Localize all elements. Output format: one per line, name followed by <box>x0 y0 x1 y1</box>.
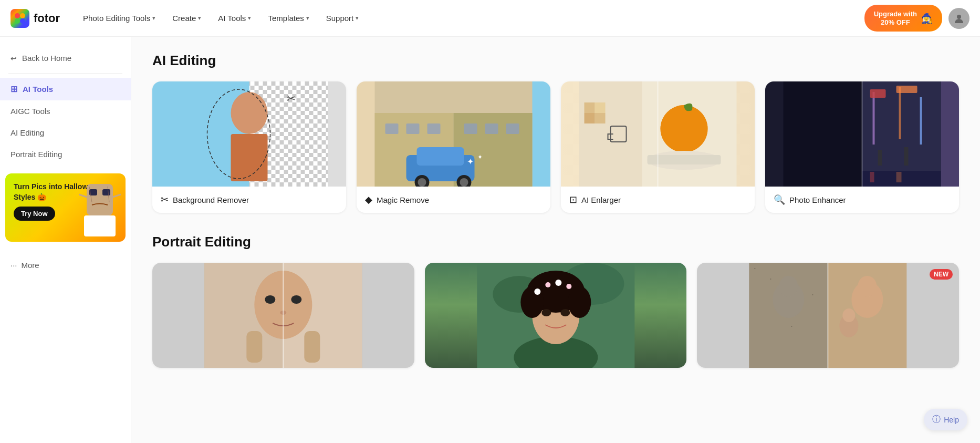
background-remover-card[interactable]: ✂ ✂ Background Remover <box>152 81 346 213</box>
ad-image <box>76 173 123 242</box>
enlarger-icon: ⊡ <box>569 194 577 205</box>
sidebar-item-portrait-editing[interactable]: Portrait Editing <box>0 143 131 165</box>
svg-rect-55 <box>873 92 875 145</box>
svg-rect-31 <box>506 123 519 134</box>
ai-enlarger-label: ⊡ AI Enlarger <box>561 187 755 213</box>
magic-remove-label: ◆ Magic Remove <box>357 187 550 213</box>
svg-point-103 <box>843 308 856 322</box>
ai-enlarger-card[interactable]: ⊡ AI Enlarger <box>561 81 755 213</box>
svg-rect-61 <box>870 172 874 182</box>
back-to-home[interactable]: ↩ Back to Home <box>0 47 131 69</box>
svg-rect-74 <box>304 331 320 363</box>
question-icon: ⓘ <box>932 414 941 425</box>
svg-rect-30 <box>485 123 498 134</box>
ai-editing-section-title: AI Editing <box>152 53 959 69</box>
svg-rect-27 <box>406 123 420 134</box>
chevron-down-icon: ▾ <box>248 15 251 22</box>
svg-point-96 <box>858 276 877 297</box>
chevron-down-icon: ▾ <box>356 15 359 22</box>
svg-point-87 <box>545 282 550 287</box>
page-layout: ↩ Back to Home ⊞ AI Tools AIGC Tools AI … <box>0 37 980 443</box>
face-retouch-image <box>152 263 414 368</box>
sidebar: ↩ Back to Home ⊞ AI Tools AIGC Tools AI … <box>0 37 131 443</box>
svg-text:✦: ✦ <box>467 157 474 166</box>
svg-rect-26 <box>385 123 399 134</box>
svg-rect-29 <box>464 123 477 134</box>
ellipsis-icon: ··· <box>11 261 17 270</box>
main-content: AI Editing <box>131 37 980 443</box>
ad-try-now-button[interactable]: Try Now <box>14 207 55 221</box>
ai-editing-grid: ✂ ✂ Background Remover <box>152 81 959 213</box>
svg-line-9 <box>79 194 87 197</box>
svg-point-4 <box>957 15 961 19</box>
svg-line-10 <box>113 194 121 197</box>
photo-enhancer-card[interactable]: 🔍 Photo Enhancer <box>765 81 959 213</box>
chevron-down-icon: ▾ <box>198 15 201 22</box>
old-photo-restore-card[interactable]: NEW <box>697 263 959 368</box>
svg-point-2 <box>15 18 20 24</box>
user-avatar[interactable] <box>948 8 969 29</box>
main-nav: Photo Editing Tools ▾ Create ▾ AI Tools … <box>76 9 864 27</box>
svg-text:✦: ✦ <box>477 153 483 161</box>
svg-rect-20 <box>231 134 268 181</box>
svg-rect-48 <box>585 113 595 123</box>
svg-point-71 <box>291 295 301 304</box>
nav-photo-editing-tools[interactable]: Photo Editing Tools ▾ <box>76 9 163 27</box>
upgrade-label: Upgrade with20% OFF <box>874 10 917 26</box>
enhance-icon: 🔍 <box>774 194 785 205</box>
photo-enhancer-label: 🔍 Photo Enhancer <box>765 187 959 213</box>
sidebar-item-ai-tools[interactable]: ⊞ AI Tools <box>0 78 131 100</box>
svg-point-85 <box>560 309 570 316</box>
svg-point-83 <box>568 286 591 318</box>
sidebar-item-ai-editing[interactable]: AI Editing <box>0 122 131 143</box>
photo-enhancer-image <box>765 81 959 187</box>
sidebar-divider <box>8 73 122 74</box>
svg-text:✂: ✂ <box>286 92 296 105</box>
chevron-down-icon: ▾ <box>152 15 155 22</box>
svg-rect-47 <box>595 102 606 113</box>
svg-point-36 <box>418 178 426 187</box>
logo-text: fotor <box>34 12 60 25</box>
old-photo-restore-image: NEW <box>697 263 959 368</box>
face-retouch-card[interactable] <box>152 263 414 368</box>
upgrade-button[interactable]: Upgrade with20% OFF 🧙‍♀️ <box>864 5 942 32</box>
background-remover-image: ✂ <box>152 81 346 187</box>
nav-ai-tools[interactable]: AI Tools ▾ <box>211 9 258 27</box>
portrait-editing-grid: NEW <box>152 263 959 368</box>
svg-point-89 <box>566 284 571 289</box>
nav-templates[interactable]: Templates ▾ <box>260 9 316 27</box>
svg-rect-33 <box>417 147 464 166</box>
svg-rect-28 <box>428 123 441 134</box>
grid-icon: ⊞ <box>11 84 17 94</box>
sidebar-item-aigc-tools[interactable]: AIGC Tools <box>0 100 131 122</box>
svg-rect-73 <box>246 331 262 363</box>
svg-point-94 <box>779 276 798 297</box>
portrait-editing-section-title: Portrait Editing <box>152 234 959 250</box>
svg-point-1 <box>20 13 25 18</box>
ai-enlarger-image <box>561 81 755 187</box>
halloween-ad-banner[interactable]: Turn Pics into Halloween Styles 🎃 Try No… <box>5 173 126 242</box>
svg-rect-64 <box>904 147 909 166</box>
sidebar-more[interactable]: ··· More <box>0 254 131 276</box>
svg-rect-99 <box>791 326 793 327</box>
magic-remove-card[interactable]: ✦ ✦ ◆ Magic Remove <box>357 81 550 213</box>
svg-point-37 <box>460 178 468 187</box>
svg-rect-53 <box>784 81 862 187</box>
magic-icon: ◆ <box>365 194 372 205</box>
beauty-filter-card[interactable] <box>425 263 687 368</box>
beauty-filter-image <box>425 263 687 368</box>
nav-support[interactable]: Support ▾ <box>319 9 367 27</box>
new-badge: NEW <box>930 269 953 280</box>
svg-point-19 <box>231 92 268 134</box>
logo[interactable]: fotor <box>11 9 60 28</box>
svg-point-88 <box>555 280 561 286</box>
svg-point-84 <box>541 309 551 316</box>
svg-rect-57 <box>920 97 922 145</box>
svg-point-70 <box>265 295 275 304</box>
svg-rect-7 <box>102 189 110 195</box>
svg-rect-59 <box>896 86 918 93</box>
chevron-down-icon: ▾ <box>306 15 309 22</box>
help-button[interactable]: ⓘ Help <box>924 409 967 430</box>
nav-create[interactable]: Create ▾ <box>165 9 208 27</box>
svg-rect-62 <box>896 172 902 182</box>
